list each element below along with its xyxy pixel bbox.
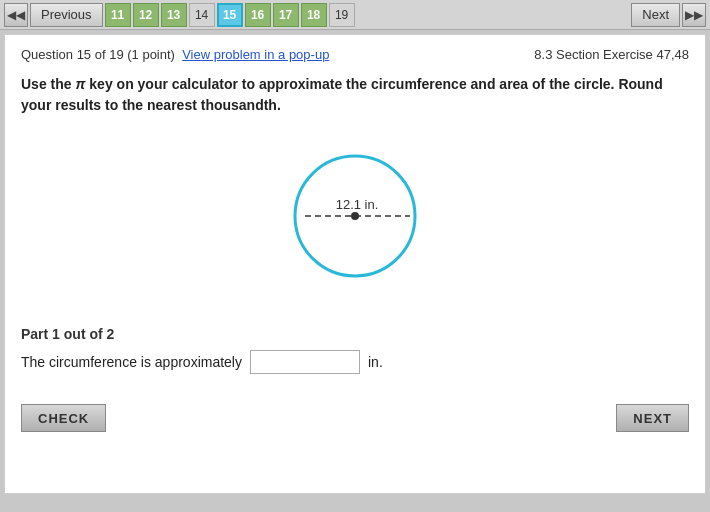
- page-num-13[interactable]: 13: [161, 3, 187, 27]
- page-num-18[interactable]: 18: [301, 3, 327, 27]
- circumference-unit: in.: [368, 354, 383, 370]
- next-button[interactable]: Next: [631, 3, 680, 27]
- check-button[interactable]: CHECK: [21, 404, 106, 432]
- question-header: Question 15 of 19 (1 point) View problem…: [21, 47, 689, 62]
- prev-button[interactable]: Previous: [30, 3, 103, 27]
- circumference-label: The circumference is approximately: [21, 354, 242, 370]
- circle-diagram: 12.1 in.: [21, 136, 689, 296]
- next-arrow-icon[interactable]: ▶▶: [682, 3, 706, 27]
- question-text: Use the π key on your calculator to appr…: [21, 74, 689, 116]
- nav-bar: ◀◀ Previous 11 12 13 14 15 16 17 18 19 N…: [0, 0, 710, 30]
- svg-text:12.1 in.: 12.1 in.: [336, 197, 379, 212]
- part-label: Part 1 out of 2: [21, 326, 689, 342]
- page-num-19[interactable]: 19: [329, 3, 355, 27]
- page-num-12[interactable]: 12: [133, 3, 159, 27]
- bottom-buttons: CHECK NEXT: [21, 404, 689, 432]
- circumference-input[interactable]: [250, 350, 360, 374]
- page-num-15[interactable]: 15: [217, 3, 243, 27]
- page-num-11[interactable]: 11: [105, 3, 131, 27]
- popup-link[interactable]: View problem in a pop-up: [182, 47, 329, 62]
- question-info: Question 15 of 19 (1 point) View problem…: [21, 47, 329, 62]
- page-num-17[interactable]: 17: [273, 3, 299, 27]
- page-num-16[interactable]: 16: [245, 3, 271, 27]
- answer-row: The circumference is approximately in.: [21, 350, 689, 374]
- question-number: Question 15 of 19 (1 point): [21, 47, 175, 62]
- next-question-button[interactable]: NEXT: [616, 404, 689, 432]
- prev-arrow-icon[interactable]: ◀◀: [4, 3, 28, 27]
- page-numbers: 11 12 13 14 15 16 17 18 19: [105, 3, 355, 27]
- circle-svg: 12.1 in.: [275, 136, 435, 296]
- content-area: Question 15 of 19 (1 point) View problem…: [4, 34, 706, 494]
- page-num-14[interactable]: 14: [189, 3, 215, 27]
- section-reference: 8.3 Section Exercise 47,48: [534, 47, 689, 62]
